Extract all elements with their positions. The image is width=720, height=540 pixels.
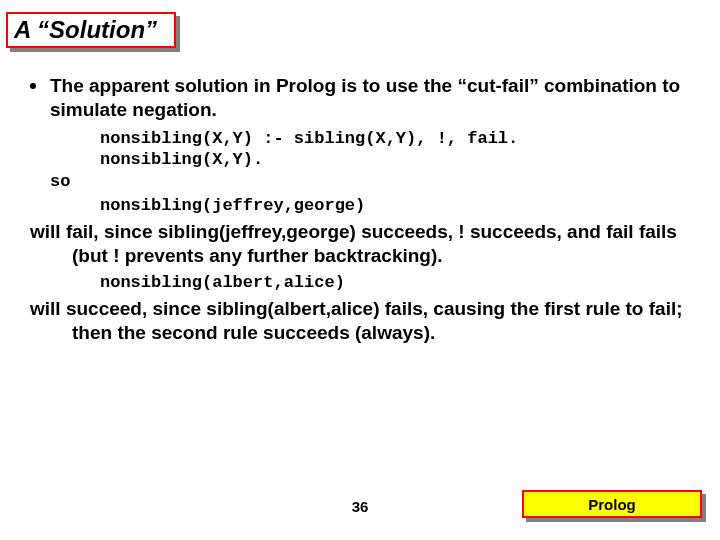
paragraph-2: will succeed, since sibling(albert,alice… [30, 297, 700, 345]
title-front: A “Solution” [6, 12, 176, 48]
code-block-2: nonsibling(jeffrey,george) [100, 195, 700, 216]
paragraph-1: will fail, since sibling(jeffrey,george)… [30, 220, 700, 268]
footer-front: Prolog [522, 490, 702, 518]
bullet-item: The apparent solution in Prolog is to us… [30, 74, 700, 122]
code-block-1: nonsibling(X,Y) :- sibling(X,Y), !, fail… [100, 128, 700, 171]
footer-badge: Prolog [522, 490, 702, 518]
slide-content: The apparent solution in Prolog is to us… [30, 74, 700, 349]
slide-title-box: A “Solution” [6, 12, 176, 48]
footer-label: Prolog [588, 496, 636, 513]
bullet-dot-icon [30, 83, 36, 89]
so-label: so [50, 172, 700, 191]
slide-title: A “Solution” [14, 16, 157, 44]
bullet-text: The apparent solution in Prolog is to us… [50, 74, 700, 122]
code-block-3: nonsibling(albert,alice) [100, 272, 700, 293]
slide-footer: 36 Prolog [0, 492, 720, 524]
